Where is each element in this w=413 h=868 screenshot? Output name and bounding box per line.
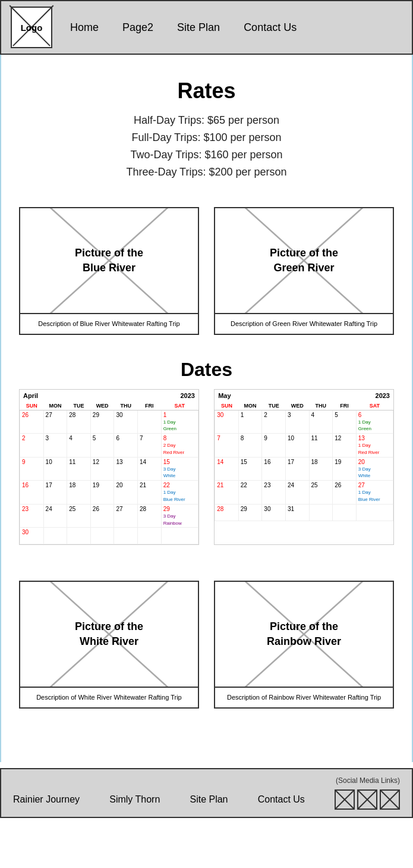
table-row: 21 — [215, 481, 239, 504]
table-row: 153 DayWhite — [161, 457, 198, 481]
table-row: 28 29 30 31 — [215, 504, 393, 521]
table-row: 6 — [114, 434, 138, 457]
table-row — [161, 528, 198, 544]
rainbow-river-desc: Description of Rainbow River Whitewater … — [214, 688, 394, 709]
table-row: 30 — [20, 528, 198, 544]
blue-river-image: Picture of the Blue River — [19, 207, 199, 314]
table-row: 18 — [67, 481, 91, 504]
table-row: 14 — [215, 457, 239, 481]
white-river-desc: Description of White River Whitewater Ra… — [19, 688, 199, 709]
col-tue: TUE — [262, 402, 286, 411]
table-row: 28 — [138, 504, 162, 528]
table-row: 4 — [67, 434, 91, 457]
nav-page2[interactable]: Page2 — [122, 21, 153, 34]
river-cards-bottom: Picture of the White River Description o… — [19, 581, 394, 709]
table-row: 7 — [215, 434, 239, 457]
table-row: 23 — [20, 504, 44, 528]
table-row: 30 1 2 3 4 5 61 DayGreen — [215, 410, 393, 434]
table-row: 8 — [238, 434, 262, 457]
rates-list: Half-Day Trips: $65 per person Full-Day … — [19, 114, 394, 178]
table-row — [138, 410, 162, 434]
table-row: 2 — [262, 410, 286, 434]
table-row: 82 DayRed River — [161, 434, 198, 457]
table-row — [309, 504, 333, 521]
table-row: 16 17 18 19 20 21 221 DayBlue River — [20, 481, 198, 504]
table-row: 17 — [285, 457, 309, 481]
logo-text: Logo — [21, 23, 43, 33]
social-icon-3[interactable] — [380, 789, 400, 810]
april-grid: SUN MON TUE WED THU FRI SAT 26 27 — [20, 402, 198, 545]
table-row: 16 — [262, 457, 286, 481]
table-row: 2 — [20, 434, 44, 457]
footer-simly-thorn[interactable]: Simly Thorn — [109, 794, 160, 805]
dates-heading: Dates — [19, 359, 394, 381]
table-row: 12 — [90, 457, 114, 481]
green-river-desc: Description of Green River Whitewater Ra… — [214, 314, 394, 335]
col-fri: FRI — [333, 402, 357, 411]
footer-site-plan[interactable]: Site Plan — [190, 794, 228, 805]
dates-section: Dates April 2023 SUN MON TUE WED THU — [19, 353, 394, 563]
table-row: 2 3 4 5 6 7 82 DayRed River — [20, 434, 198, 457]
table-row: 3 — [43, 434, 67, 457]
social-icon-1[interactable] — [335, 789, 355, 810]
table-row: 17 — [43, 481, 67, 504]
rainbow-river-card: Picture of the Rainbow River Description… — [214, 581, 394, 709]
table-row: 25 — [67, 504, 91, 528]
table-row — [67, 528, 91, 544]
table-row: 9 — [20, 457, 44, 481]
footer-rainier-journey[interactable]: Rainier Journey — [13, 794, 80, 805]
table-row: 15 — [238, 457, 262, 481]
footer-contact-us[interactable]: Contact Us — [258, 794, 305, 805]
table-row: 25 — [309, 481, 333, 504]
table-row: 61 DayGreen — [356, 410, 393, 434]
col-wed: WED — [285, 402, 309, 411]
table-row: 22 — [238, 481, 262, 504]
table-row: 11 — [309, 434, 333, 457]
table-row: 28 — [67, 410, 91, 434]
april-month: April — [23, 392, 38, 399]
table-row: 19 — [333, 457, 357, 481]
table-row: 30 — [20, 528, 44, 544]
table-row: 14 — [138, 457, 162, 481]
may-month: May — [218, 392, 231, 399]
table-row — [333, 504, 357, 521]
april-year: 2023 — [180, 392, 194, 399]
white-river-label: Picture of the White River — [75, 619, 143, 649]
table-row: 7 — [138, 434, 162, 457]
table-row: 14 15 16 17 18 19 203 DayWhite — [215, 457, 393, 481]
table-row: 29 — [238, 504, 262, 521]
table-row: 21 — [138, 481, 162, 504]
table-row: 4 — [309, 410, 333, 434]
table-row: 26 — [90, 504, 114, 528]
table-row: 28 — [215, 504, 239, 521]
may-header: May 2023 — [215, 390, 393, 402]
nav-home[interactable]: Home — [70, 21, 99, 34]
green-river-card: Picture of the Green River Description o… — [214, 207, 394, 335]
table-row: 10 — [43, 457, 67, 481]
table-row: 5 — [90, 434, 114, 457]
river-cards-top: Picture of the Blue River Description of… — [19, 207, 394, 335]
table-row: 1 — [238, 410, 262, 434]
social-icon-2[interactable] — [357, 789, 377, 810]
navbar: Logo Home Page2 Site Plan Contact Us — [0, 0, 413, 55]
col-sun: SUN — [215, 402, 239, 411]
table-row: 10 — [285, 434, 309, 457]
table-row — [138, 528, 162, 544]
table-row: 26 — [20, 410, 44, 434]
nav-site-plan[interactable]: Site Plan — [177, 21, 220, 34]
table-row: 20 — [114, 481, 138, 504]
table-row: 27 — [114, 504, 138, 528]
rates-section: Rates Half-Day Trips: $65 per person Ful… — [19, 67, 394, 189]
col-wed: WED — [90, 402, 114, 411]
table-row: 271 DayBlue River — [356, 481, 393, 504]
col-fri: FRI — [138, 402, 162, 411]
col-thu: THU — [309, 402, 333, 411]
table-row: 293 DayRainbow — [161, 504, 198, 528]
footer-social-label: (Social Media Links) — [13, 776, 400, 785]
nav-contact-us[interactable]: Contact Us — [244, 21, 297, 34]
table-row: 12 — [333, 434, 357, 457]
table-row — [90, 528, 114, 544]
white-river-card: Picture of the White River Description o… — [19, 581, 199, 709]
may-grid: SUN MON TUE WED THU FRI SAT 30 1 — [215, 402, 393, 521]
nav-links: Home Page2 Site Plan Contact Us — [70, 21, 297, 34]
